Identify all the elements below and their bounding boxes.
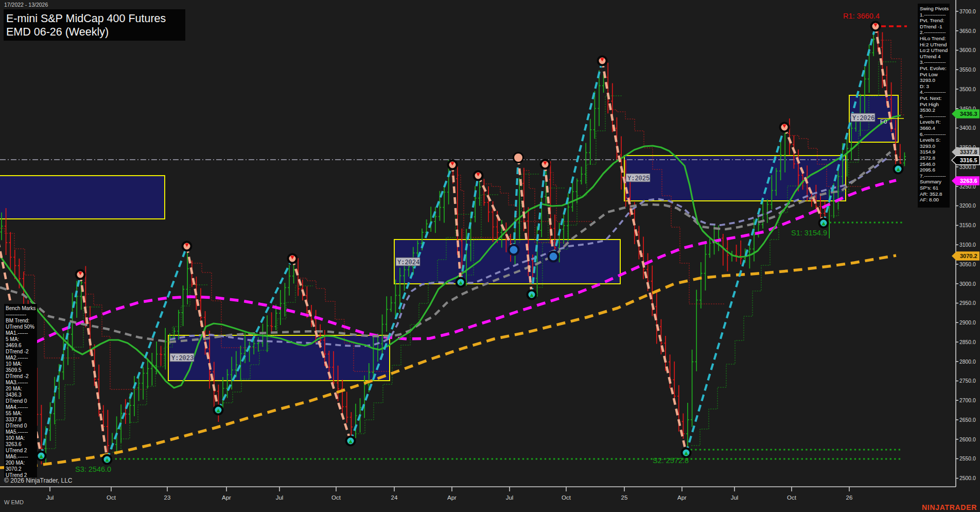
svg-text:2700.0: 2700.0 [959, 398, 976, 403]
svg-text:Swing Pivots: Swing Pivots [920, 6, 949, 11]
svg-text:3150.0: 3150.0 [959, 223, 976, 228]
svg-text:2500.0: 2500.0 [959, 475, 976, 481]
svg-text:Apr: Apr [677, 494, 687, 501]
svg-text:3070.2: 3070.2 [960, 253, 977, 259]
svg-text:3263.6: 3263.6 [6, 441, 22, 447]
svg-text:3550.0: 3550.0 [959, 67, 976, 73]
svg-text:20 MA:: 20 MA: [6, 386, 22, 391]
svg-text:3337.8: 3337.8 [6, 417, 22, 422]
svg-text:2650.0: 2650.0 [959, 417, 976, 423]
svg-text:SP's: 61: SP's: 61 [920, 185, 938, 191]
svg-text:UTrend 4: UTrend 4 [920, 54, 941, 59]
svg-text:7.-------------: 7.------------- [920, 173, 946, 179]
svg-text:3000.0: 3000.0 [959, 281, 976, 287]
svg-text:10 MA:: 10 MA: [6, 361, 22, 367]
svg-text:Jul: Jul [506, 494, 514, 501]
svg-text:MA2.------: MA2.------ [6, 355, 28, 361]
svg-text:F0: F0 [880, 118, 887, 125]
svg-text:2800.0: 2800.0 [959, 359, 976, 365]
svg-text:3070.2: 3070.2 [6, 466, 22, 472]
svg-text:UTrend 2: UTrend 2 [6, 448, 27, 453]
svg-text:3530.2: 3530.2 [920, 107, 935, 113]
svg-text:E-mini S&P MidCap 400 Futures: E-mini S&P MidCap 400 Futures [6, 12, 166, 25]
svg-text:UTrend 50%: UTrend 50% [6, 324, 34, 330]
svg-text:AF: 8.00: AF: 8.00 [920, 197, 939, 202]
svg-text:2900.0: 2900.0 [959, 320, 976, 326]
svg-text:DTrend 0: DTrend 0 [6, 398, 27, 404]
svg-text:DTrend -2: DTrend -2 [6, 373, 29, 379]
svg-text:3469.6: 3469.6 [6, 343, 22, 348]
svg-text:Pvt. Next:: Pvt. Next: [920, 95, 941, 101]
svg-text:EMD 06-26 (Weekly): EMD 06-26 (Weekly) [6, 26, 109, 38]
svg-text:© 2026 NinjaTrader, LLC: © 2026 NinjaTrader, LLC [4, 477, 73, 484]
svg-text:2950.0: 2950.0 [959, 300, 976, 306]
svg-text:Pvt. Evolve:: Pvt. Evolve: [920, 65, 947, 71]
svg-text:DTrend -2: DTrend -2 [6, 349, 29, 354]
svg-text:2600.0: 2600.0 [959, 437, 976, 442]
svg-text:Y:2025: Y:2025 [627, 175, 650, 182]
svg-text:2546.0: 2546.0 [920, 161, 936, 167]
svg-text:Oct: Oct [107, 494, 116, 501]
svg-text:Pvt. Trend:: Pvt. Trend: [920, 18, 944, 23]
svg-text:3154.9: 3154.9 [920, 149, 935, 155]
svg-text:MA4.------: MA4.------ [6, 404, 28, 410]
svg-text:NINJATRADER: NINJATRADER [922, 503, 977, 511]
svg-text:W EMD: W EMD [4, 499, 24, 505]
svg-text:1.-------------: 1.------------- [920, 12, 946, 18]
svg-text:D: 3: D: 3 [920, 83, 930, 89]
svg-text:Pvt High: Pvt High [920, 101, 939, 107]
svg-text:MA3.------: MA3.------ [6, 380, 28, 385]
svg-text:3436.3: 3436.3 [960, 111, 977, 117]
svg-text:Oct: Oct [331, 494, 341, 501]
svg-text:3500.0: 3500.0 [959, 87, 976, 92]
svg-text:25: 25 [621, 494, 628, 501]
svg-text:3293.0: 3293.0 [920, 77, 936, 83]
svg-text:MA6.------: MA6.------ [6, 454, 28, 459]
svg-text:S2: 2572.8: S2: 2572.8 [653, 456, 689, 465]
svg-text:3337.8: 3337.8 [960, 149, 977, 155]
svg-text:Pvt Low: Pvt Low [920, 72, 938, 77]
svg-text:3316.5: 3316.5 [960, 157, 977, 163]
svg-text:23: 23 [164, 494, 171, 501]
svg-text:6.-------------: 6.------------- [920, 131, 946, 137]
svg-text:S3: 2546.0: S3: 2546.0 [75, 465, 111, 473]
svg-text:3293.0: 3293.0 [920, 143, 936, 149]
svg-text:Oct: Oct [787, 494, 797, 501]
svg-text:HiLo Trend:: HiLo Trend: [920, 36, 946, 41]
svg-text:S1: 3154.9: S1: 3154.9 [791, 229, 827, 237]
svg-text:Y:2026: Y:2026 [852, 115, 874, 122]
svg-text:3400.0: 3400.0 [959, 125, 976, 131]
svg-text:100 MA:: 100 MA: [6, 435, 25, 441]
svg-text:DTrend -1: DTrend -1 [920, 24, 942, 29]
svg-text:------------: ------------ [6, 312, 26, 317]
svg-text:Jul: Jul [46, 494, 54, 501]
svg-text:2095.6: 2095.6 [920, 167, 936, 173]
svg-text:2850.0: 2850.0 [959, 339, 976, 345]
svg-text:17/2022 - 13/2026: 17/2022 - 13/2026 [4, 2, 48, 8]
svg-text:3436.3: 3436.3 [6, 392, 22, 398]
svg-text:MA1.------: MA1.------ [6, 330, 28, 336]
svg-text:3600.0: 3600.0 [959, 47, 976, 53]
svg-text:200 MA:: 200 MA: [6, 460, 25, 466]
svg-text:Oct: Oct [562, 494, 571, 501]
svg-text:3700.0: 3700.0 [959, 9, 976, 14]
svg-text:BM Trend:: BM Trend: [6, 318, 29, 323]
svg-text:R1: 3660.4: R1: 3660.4 [843, 12, 880, 20]
svg-text:26: 26 [846, 494, 853, 501]
svg-text:2572.8: 2572.8 [920, 155, 936, 161]
svg-text:3660.4: 3660.4 [920, 125, 936, 131]
svg-text:4.-------------: 4.------------- [920, 89, 946, 95]
svg-text:5 MA:: 5 MA: [6, 336, 19, 342]
svg-text:3263.6: 3263.6 [960, 178, 977, 184]
svg-text:Hi:2 UTrend: Hi:2 UTrend [920, 42, 947, 47]
svg-text:24: 24 [391, 494, 398, 501]
svg-text:3050.0: 3050.0 [959, 262, 976, 267]
svg-text:2750.0: 2750.0 [959, 378, 976, 384]
svg-text:Summary: Summary [920, 179, 941, 184]
svg-text:Bench Marks: Bench Marks [6, 305, 36, 311]
svg-text:DTrend 0: DTrend 0 [6, 423, 27, 429]
svg-text:Jul: Jul [276, 494, 284, 501]
svg-text:Apr: Apr [222, 494, 231, 501]
svg-text:Levels R:: Levels R: [920, 119, 941, 125]
svg-text:Y:2024: Y:2024 [397, 259, 419, 266]
